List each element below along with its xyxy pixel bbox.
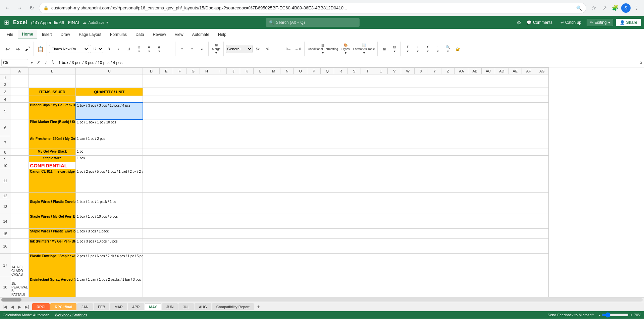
- back-button[interactable]: ←: [3, 3, 12, 13]
- cell-a15[interactable]: [10, 229, 29, 239]
- zoom-slider[interactable]: [602, 312, 629, 318]
- cell-b12[interactable]: [29, 193, 76, 199]
- editing-button[interactable]: ✏ Editing ▾: [587, 19, 613, 26]
- cell-c2[interactable]: [76, 81, 143, 88]
- col-header-i[interactable]: I: [213, 68, 227, 74]
- sheet-tab-rpci[interactable]: RPCI: [32, 303, 50, 310]
- cell-styles-button[interactable]: 🎨 Styles▾: [340, 42, 351, 56]
- chrome-profile-avatar[interactable]: S: [621, 3, 631, 13]
- cell-d3[interactable]: [143, 88, 549, 96]
- col-header-o[interactable]: O: [294, 68, 307, 74]
- prev-sheet-button[interactable]: ◀: [9, 304, 15, 310]
- cell-d16[interactable]: [143, 239, 549, 254]
- cell-a7[interactable]: [10, 136, 29, 149]
- chrome-menu-button[interactable]: ⋮: [632, 3, 641, 13]
- cell-a13[interactable]: [10, 199, 29, 214]
- col-header-h[interactable]: H: [200, 68, 213, 74]
- sheet-tab-feb[interactable]: FEB: [94, 303, 109, 310]
- zoom-out-button[interactable]: -: [599, 313, 600, 318]
- col-header-ac[interactable]: AC: [482, 68, 495, 74]
- col-header-j[interactable]: J: [227, 68, 240, 74]
- autosum-button[interactable]: Σ▾: [403, 42, 412, 56]
- row-num-12[interactable]: 12: [0, 193, 10, 199]
- col-header-y[interactable]: Y: [428, 68, 441, 74]
- col-header-n[interactable]: N: [280, 68, 294, 74]
- cancel-entry-icon[interactable]: ✗: [36, 60, 42, 65]
- sheet-tab-apr[interactable]: APR: [128, 303, 144, 310]
- cell-d9[interactable]: [143, 156, 549, 162]
- cell-a3[interactable]: [10, 88, 29, 96]
- zoom-control[interactable]: - + 70%: [599, 312, 641, 318]
- cell-a16[interactable]: [10, 239, 29, 254]
- sheet-tab-jun[interactable]: JUN: [162, 303, 178, 310]
- chevron-down-icon[interactable]: ▾: [106, 20, 108, 25]
- increase-decimal-button[interactable]: .0→: [283, 42, 293, 56]
- cell-a6[interactable]: [10, 119, 29, 136]
- cell-d4[interactable]: [143, 96, 549, 103]
- row-num-14[interactable]: 14: [0, 214, 10, 229]
- cell-b2[interactable]: [29, 81, 76, 88]
- insert-cells-button[interactable]: ⊞: [380, 42, 389, 56]
- add-sheet-button[interactable]: +: [255, 303, 263, 311]
- cell-c13[interactable]: 1 box / 1 pc / 1 pack / 1 pc: [76, 199, 143, 214]
- cell-a4[interactable]: [10, 96, 29, 103]
- more-font-button[interactable]: ...: [164, 42, 174, 56]
- align-button[interactable]: ≡: [177, 42, 187, 56]
- last-sheet-button[interactable]: ▶|: [23, 304, 30, 310]
- col-header-z[interactable]: Z: [441, 68, 455, 74]
- row-num-10[interactable]: 10: [0, 162, 10, 169]
- col-header-s[interactable]: S: [347, 68, 361, 74]
- forward-button[interactable]: →: [15, 3, 24, 13]
- sensitivity-button[interactable]: 🔐: [453, 42, 463, 56]
- col-header-k[interactable]: K: [240, 68, 254, 74]
- cell-c16[interactable]: 1 pc / 3 pcs / 10 pcs / 3 pcs: [76, 239, 143, 254]
- cell-b10-confidential[interactable]: CONFIDENTIAL: [29, 162, 76, 169]
- cell-d5[interactable]: [143, 103, 549, 119]
- cell-a12[interactable]: [10, 193, 29, 199]
- col-header-a[interactable]: A: [10, 68, 29, 74]
- find-select-button[interactable]: 🔍▾: [443, 42, 452, 56]
- cell-reference-box[interactable]: C5: [1, 59, 28, 66]
- cell-d2[interactable]: [143, 81, 549, 88]
- row-num-16[interactable]: 16: [0, 239, 10, 254]
- row-num-13[interactable]: 13: [0, 199, 10, 214]
- row-num-15[interactable]: 15: [0, 229, 10, 239]
- column-width-button[interactable]: ⊟▾: [390, 42, 399, 56]
- tab-automate[interactable]: Automate: [188, 30, 213, 39]
- cell-d7[interactable]: [143, 136, 549, 149]
- col-header-t[interactable]: T: [361, 68, 374, 74]
- merge-button[interactable]: ⊞ Merge ▾: [211, 42, 222, 56]
- redo-button[interactable]: ↪: [13, 42, 22, 56]
- sheet-tab-jul[interactable]: JUL: [178, 303, 194, 310]
- border-button[interactable]: ⊞▾: [134, 42, 144, 56]
- row-num-18[interactable]: 18: [0, 277, 10, 297]
- cell-d6[interactable]: [143, 119, 549, 136]
- sort-filter-button[interactable]: ↕▾: [433, 42, 442, 56]
- cell-c8[interactable]: 1 pc: [76, 149, 143, 156]
- underline-button[interactable]: U: [124, 42, 133, 56]
- col-header-p[interactable]: P: [307, 68, 321, 74]
- clipboard-button[interactable]: 📋: [36, 42, 45, 56]
- cell-b16[interactable]: Ink (Printer) / My Gel Pen- Black / Fold…: [29, 239, 76, 254]
- col-header-ad[interactable]: AD: [495, 68, 508, 74]
- expand-formula-bar-icon[interactable]: ⊻: [640, 60, 643, 65]
- col-header-af[interactable]: AF: [522, 68, 535, 74]
- sheet-tab-jan[interactable]: JAN: [77, 303, 93, 310]
- cell-a5[interactable]: [10, 103, 29, 119]
- tab-formulas[interactable]: Formulas: [106, 30, 131, 39]
- italic-button[interactable]: I: [114, 42, 123, 56]
- cell-a2[interactable]: [10, 81, 29, 88]
- next-sheet-button[interactable]: ▶: [16, 304, 23, 310]
- number-format-select[interactable]: General: [226, 45, 253, 53]
- bookmark-star-button[interactable]: ☆: [589, 3, 598, 13]
- cell-a10[interactable]: [10, 162, 29, 169]
- sheet-tab-may[interactable]: MAY: [145, 303, 161, 310]
- tab-file[interactable]: File: [3, 30, 17, 39]
- cell-b9[interactable]: Staple Wire: [29, 156, 76, 162]
- cell-c1[interactable]: [76, 74, 143, 81]
- cell-d18[interactable]: [143, 277, 549, 297]
- address-bar[interactable]: 🔒 customsph-my.sharepoint.com/:x:/r/pers…: [39, 3, 586, 13]
- tab-insert[interactable]: Insert: [38, 30, 56, 39]
- cell-b15[interactable]: Staple Wires / Plastic Envelope / Tissue…: [29, 229, 76, 239]
- cell-c3-qty-unit[interactable]: QUANTITY / UNIT: [76, 88, 143, 96]
